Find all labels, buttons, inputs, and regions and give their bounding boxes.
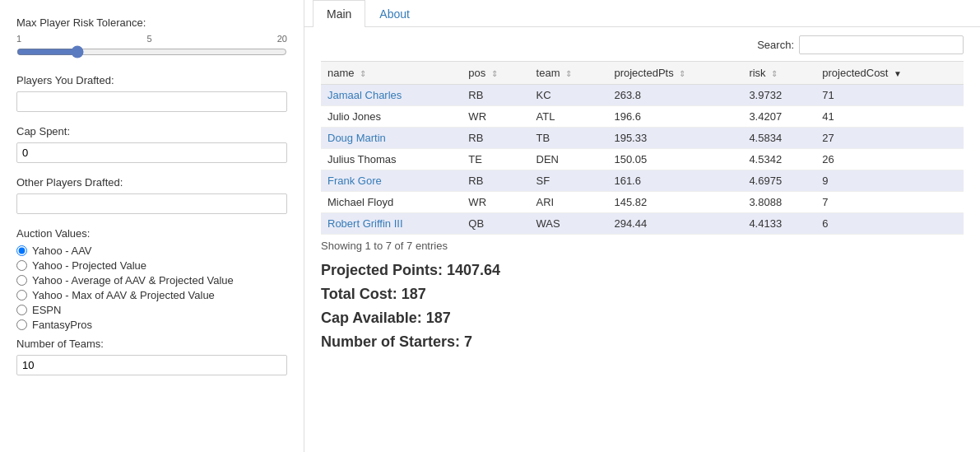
cell-pos: TE <box>462 149 529 170</box>
cell-name: Frank Gore <box>321 170 462 192</box>
col-projected-cost[interactable]: projectedCost <box>815 62 964 85</box>
table-row: Robert Griffin III QB WAS 294.44 4.4133 … <box>321 213 964 235</box>
cell-name: Julio Jones <box>321 106 462 128</box>
search-input[interactable] <box>799 35 964 54</box>
cell-projected-cost: 6 <box>815 213 964 235</box>
cell-team: WAS <box>530 213 608 235</box>
auction-option-5[interactable]: ESPN <box>16 304 287 316</box>
cell-projected-cost: 71 <box>815 85 964 106</box>
table-row: Frank Gore RB SF 161.6 4.6975 9 <box>321 170 964 192</box>
auction-option-2[interactable]: Yahoo - Projected Value <box>16 259 287 272</box>
tab-main[interactable]: Main <box>313 0 365 27</box>
auction-radio-1[interactable] <box>16 245 27 256</box>
risk-sort-icon <box>771 69 778 78</box>
auction-values-section: Auction Values: Yahoo - AAV Yahoo - Proj… <box>16 227 287 331</box>
col-team[interactable]: team <box>530 62 608 85</box>
auction-option-6[interactable]: FantasyPros <box>16 319 287 331</box>
cell-projected-pts: 196.6 <box>607 106 742 128</box>
risk-tolerance-label: Max Player Risk Tolerance: <box>16 16 287 29</box>
team-sort-icon <box>565 69 572 78</box>
table-row: Julius Thomas TE DEN 150.05 4.5342 26 <box>321 149 964 170</box>
cell-risk: 3.9732 <box>742 85 815 106</box>
main-content: Main About Search: name pos team project… <box>304 0 980 452</box>
risk-tolerance-slider[interactable] <box>16 45 287 58</box>
cell-risk: 3.4207 <box>742 106 815 128</box>
cell-pos: QB <box>462 213 529 235</box>
cell-projected-pts: 263.8 <box>607 85 742 106</box>
num-teams-input[interactable] <box>16 355 287 375</box>
search-label: Search: <box>757 39 794 51</box>
auction-option-1[interactable]: Yahoo - AAV <box>16 245 287 257</box>
risk-tolerance-section: Max Player Risk Tolerance: 1 5 20 <box>16 16 287 61</box>
table-body: Jamaal Charles RB KC 263.8 3.9732 71 Jul… <box>321 85 964 235</box>
cell-team: ARI <box>530 192 608 213</box>
projectedpts-sort-icon <box>679 69 685 78</box>
cell-pos: RB <box>462 128 529 149</box>
players-drafted-section: Players You Drafted: <box>16 74 287 122</box>
auction-radio-6[interactable] <box>16 319 27 330</box>
table-row: Jamaal Charles RB KC 263.8 3.9732 71 <box>321 85 964 106</box>
projectedcost-sort-icon <box>894 69 902 78</box>
cell-team: SF <box>530 170 608 192</box>
cap-spent-input[interactable] <box>16 142 287 163</box>
cell-projected-pts: 145.82 <box>607 192 742 213</box>
cell-projected-pts: 195.33 <box>607 128 742 149</box>
auction-radio-group: Yahoo - AAV Yahoo - Projected Value Yaho… <box>16 245 287 331</box>
cell-name: Michael Floyd <box>321 192 462 213</box>
cell-projected-pts: 161.6 <box>607 170 742 192</box>
cell-projected-cost: 41 <box>815 106 964 128</box>
cell-pos: RB <box>462 170 529 192</box>
cap-spent-label: Cap Spent: <box>16 125 287 137</box>
auction-option-3-label: Yahoo - Average of AAV & Projected Value <box>32 274 234 287</box>
other-players-section: Other Players Drafted: <box>16 176 287 224</box>
cell-projected-cost: 27 <box>815 128 964 149</box>
cell-pos: RB <box>462 85 529 106</box>
tab-about[interactable]: About <box>365 0 424 27</box>
cap-available: Cap Available: 187 <box>321 310 964 327</box>
table-row: Doug Martin RB TB 195.33 4.5834 27 <box>321 128 964 149</box>
auction-option-5-label: ESPN <box>32 304 61 316</box>
cell-projected-cost: 26 <box>815 149 964 170</box>
auction-option-6-label: FantasyPros <box>32 319 92 331</box>
table-row: Julio Jones WR ATL 196.6 3.4207 41 <box>321 106 964 128</box>
auction-radio-4[interactable] <box>16 290 27 301</box>
col-risk[interactable]: risk <box>742 62 815 85</box>
slider-min-label: 1 <box>16 34 21 44</box>
auction-option-4[interactable]: Yahoo - Max of AAV & Projected Value <box>16 289 287 301</box>
cell-projected-cost: 7 <box>815 192 964 213</box>
cell-name: Robert Griffin III <box>321 213 462 235</box>
cell-risk: 4.5342 <box>742 149 815 170</box>
num-teams-label: Number of Teams: <box>16 338 287 350</box>
col-pos[interactable]: pos <box>462 62 529 85</box>
auction-radio-5[interactable] <box>16 305 27 315</box>
sidebar: Max Player Risk Tolerance: 1 5 20 Player… <box>0 0 304 452</box>
summary-section: Projected Points: 1407.64 Total Cost: 18… <box>321 262 964 351</box>
cell-risk: 4.4133 <box>742 213 815 235</box>
cell-risk: 3.8088 <box>742 192 815 213</box>
tab-bar: Main About <box>304 0 980 27</box>
cell-team: DEN <box>530 149 608 170</box>
auction-option-3[interactable]: Yahoo - Average of AAV & Projected Value <box>16 274 287 287</box>
cap-spent-section: Cap Spent: <box>16 125 287 173</box>
players-drafted-input[interactable] <box>16 91 287 112</box>
cell-pos: WR <box>462 192 529 213</box>
auction-values-label: Auction Values: <box>16 227 287 240</box>
players-drafted-label: Players You Drafted: <box>16 74 287 86</box>
showing-text: Showing 1 to 7 of 7 entries <box>321 240 964 252</box>
cell-name: Jamaal Charles <box>321 85 462 106</box>
data-table: name pos team projectedPts risk projecte… <box>321 61 964 235</box>
col-projected-pts[interactable]: projectedPts <box>607 62 742 85</box>
col-name[interactable]: name <box>321 62 462 85</box>
pos-sort-icon <box>491 69 498 78</box>
cell-team: TB <box>530 128 608 149</box>
other-players-input[interactable] <box>16 193 287 214</box>
cell-risk: 4.5834 <box>742 128 815 149</box>
auction-radio-2[interactable] <box>16 260 27 271</box>
num-starters: Number of Starters: 7 <box>321 333 964 351</box>
total-cost: Total Cost: 187 <box>321 286 964 303</box>
auction-option-1-label: Yahoo - AAV <box>32 245 92 257</box>
auction-radio-3[interactable] <box>16 275 27 286</box>
cell-team: KC <box>530 85 608 106</box>
search-row: Search: <box>321 35 964 54</box>
cell-projected-pts: 294.44 <box>607 213 742 235</box>
